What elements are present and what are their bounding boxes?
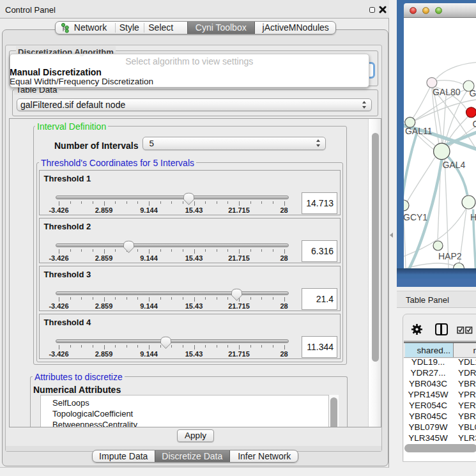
svg-text:GAL4: GAL4 [443, 160, 466, 170]
svg-text:GAL11: GAL11 [405, 126, 433, 136]
svg-text:GA: GA [470, 88, 476, 98]
svg-text:HI: HI [470, 212, 476, 222]
svg-text:HAP2: HAP2 [438, 251, 462, 261]
svg-text:GCY1: GCY1 [404, 212, 427, 222]
svg-text:GAL80: GAL80 [433, 87, 461, 97]
svg-text:C: C [473, 119, 476, 130]
